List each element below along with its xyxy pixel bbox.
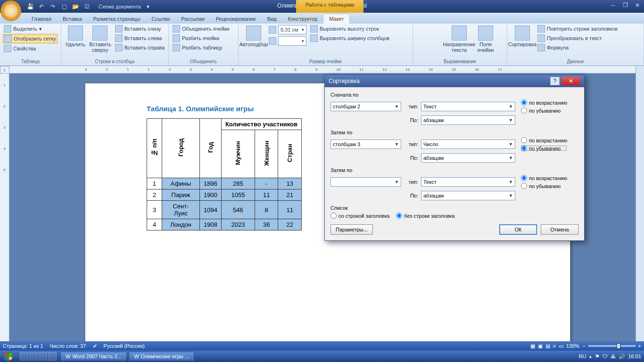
row-height-field[interactable]: 0,31 см▾ <box>268 25 307 35</box>
sort-button[interactable]: Сортировка <box>510 25 535 48</box>
sort2-type-combo[interactable]: Число▼ <box>421 140 515 149</box>
ql-icon[interactable] <box>20 352 28 361</box>
sort1-type-combo[interactable]: Текст▼ <box>421 102 515 111</box>
dialog-help-button[interactable]: ? <box>550 77 560 85</box>
tray-volume-icon[interactable]: 🔊 <box>619 354 625 360</box>
taskbar-item-word-doc1[interactable]: WWord 2007 Часть 2... <box>60 352 127 361</box>
split-table-button[interactable]: Разбить таблицу <box>172 43 223 52</box>
start-button[interactable] <box>0 351 17 362</box>
tab-home[interactable]: Главная <box>26 14 57 24</box>
ql-icon[interactable] <box>48 352 57 361</box>
vertical-ruler[interactable]: 12345 <box>0 74 9 341</box>
insert-left-button[interactable]: Вставить слева <box>114 34 165 42</box>
document-map-label[interactable]: Схема документа <box>99 4 141 9</box>
open-icon[interactable]: 📂 <box>71 2 80 11</box>
insert-above-button[interactable]: Вставить сверху <box>88 25 112 54</box>
vertical-scrollbar[interactable] <box>636 66 644 341</box>
status-page[interactable]: Страница: 1 из 1 <box>3 343 43 349</box>
tab-design[interactable]: Конструктор <box>282 14 323 24</box>
autofit-button[interactable]: Автоподбор <box>241 25 266 48</box>
select-button[interactable]: Выделить ▾ <box>3 25 43 33</box>
show-gridlines-button[interactable]: Отобразить сетку <box>3 34 58 43</box>
cancel-button[interactable]: Отмена <box>541 224 578 235</box>
view-draft-icon[interactable]: ▭ <box>559 343 563 349</box>
ruler-corner[interactable]: L <box>0 66 9 74</box>
sort3-asc-radio[interactable]: по возрастанию <box>521 175 567 181</box>
olympic-table[interactable]: № п/п Город Год Количество участников Му… <box>147 118 302 230</box>
status-words[interactable]: Число слов: 37 <box>50 343 86 349</box>
undo-icon[interactable]: ↶ <box>37 2 46 11</box>
insert-below-button[interactable]: Вставить снизу <box>114 25 165 33</box>
ql-icon[interactable] <box>39 352 47 361</box>
delete-button[interactable]: Удалить <box>64 25 86 48</box>
sort3-desc-radio[interactable]: по убыванию <box>521 183 567 189</box>
cell-margins-button[interactable]: Поля ячейки <box>473 25 498 54</box>
zoom-level[interactable]: 130% <box>566 343 579 349</box>
horizontal-ruler[interactable]: 3211234567891011121314151617 <box>9 66 636 74</box>
sort2-asc-radio[interactable]: по возрастанию <box>521 137 567 143</box>
with-header-radio[interactable]: со строкой заголовка <box>330 213 389 219</box>
minimize-button[interactable]: ─ <box>607 1 619 9</box>
split-cells-button[interactable]: Разбить ячейки <box>172 34 220 42</box>
tray-clock[interactable]: 16:01 <box>628 354 641 359</box>
properties-button[interactable]: Свойства <box>3 44 37 53</box>
tray-icon[interactable]: 🛡 <box>603 354 608 359</box>
status-language[interactable]: Русский (Россия) <box>104 343 145 349</box>
tab-review[interactable]: Рецензирование <box>210 14 262 24</box>
redo-icon[interactable]: ↷ <box>49 2 57 11</box>
sort3-type-combo[interactable]: Текст▼ <box>421 177 515 187</box>
sort2-desc-radio[interactable]: по убыванию <box>521 145 567 151</box>
tab-view[interactable]: Вид <box>262 14 282 24</box>
sort1-desc-radio[interactable]: по убыванию <box>521 107 567 114</box>
insert-right-button[interactable]: Вставить справа <box>114 43 165 52</box>
close-button[interactable]: ✕ <box>632 1 643 9</box>
ok-button[interactable]: ОК <box>499 224 537 235</box>
sort1-by-combo[interactable]: абзацам▼ <box>421 115 515 125</box>
alignment-grid[interactable] <box>416 25 445 28</box>
col-width-field[interactable]: ▾ <box>268 36 307 46</box>
tab-mailings[interactable]: Рассылки <box>175 14 210 24</box>
zoom-out-button[interactable]: − <box>582 343 585 349</box>
dialog-titlebar[interactable]: Сортировка ? ✕ <box>325 75 584 87</box>
checkbox-icon[interactable]: ☑ <box>83 2 91 11</box>
col-participants: Количество участников <box>221 119 301 130</box>
distribute-rows-button[interactable]: Выровнять высоту строк <box>309 25 390 33</box>
tray-icon[interactable]: ⚑ <box>595 354 600 360</box>
formula-button[interactable]: Формула <box>537 43 619 52</box>
tab-references[interactable]: Ссылки <box>146 14 176 24</box>
tab-page-layout[interactable]: Разметка страницы <box>88 14 146 24</box>
convert-text-button[interactable]: Преобразовать в текст <box>537 34 619 42</box>
save-icon[interactable]: 💾 <box>26 2 34 11</box>
tab-insert[interactable]: Вставка <box>57 14 88 24</box>
repeat-header-button[interactable]: Повторить строки заголовков <box>537 25 619 33</box>
tab-layout[interactable]: Макет <box>323 14 350 24</box>
merge-cells-button[interactable]: Объединить ячейки <box>172 25 231 33</box>
sort1-asc-radio[interactable]: по возрастанию <box>521 99 567 106</box>
ql-icon[interactable] <box>29 352 38 361</box>
new-icon[interactable]: ▢ <box>60 2 68 11</box>
zoom-in-button[interactable]: + <box>638 343 641 349</box>
view-web-icon[interactable]: ▤ <box>545 343 550 349</box>
sort3-column-combo[interactable]: ▼ <box>330 177 401 187</box>
sort1-column-combo[interactable]: столбцам 2▼ <box>330 102 401 111</box>
view-full-screen-icon[interactable]: ▣ <box>538 343 543 349</box>
sort2-column-combo[interactable]: столбцам 3▼ <box>330 140 401 149</box>
tray-icon[interactable]: 🖧 <box>611 354 616 359</box>
sort3-by-combo[interactable]: абзацам▼ <box>421 191 515 200</box>
qat-more-icon[interactable]: ▾ <box>144 2 152 11</box>
sort2-by-combo[interactable]: абзацам▼ <box>421 153 515 163</box>
zoom-slider[interactable] <box>588 345 636 347</box>
view-outline-icon[interactable]: ≡ <box>553 343 556 349</box>
status-proofing-icon[interactable]: ✔ <box>93 343 97 349</box>
params-button[interactable]: Параметры... <box>330 224 373 235</box>
text-direction-button[interactable]: Направление текста <box>447 25 471 54</box>
tray-icon[interactable]: ⬥ <box>589 354 592 359</box>
office-button[interactable] <box>0 0 23 23</box>
distribute-cols-button[interactable]: Выровнять ширину столбцов <box>309 34 390 42</box>
taskbar-item-word-doc2[interactable]: WОлимпиские игры ... <box>129 352 194 361</box>
tray-lang[interactable]: RU <box>579 354 586 359</box>
view-print-layout-icon[interactable]: ▦ <box>530 343 535 349</box>
restore-button[interactable]: ❐ <box>619 1 631 9</box>
dialog-close-button[interactable]: ✕ <box>561 77 580 85</box>
no-header-radio[interactable]: без строки заголовка <box>396 213 454 219</box>
